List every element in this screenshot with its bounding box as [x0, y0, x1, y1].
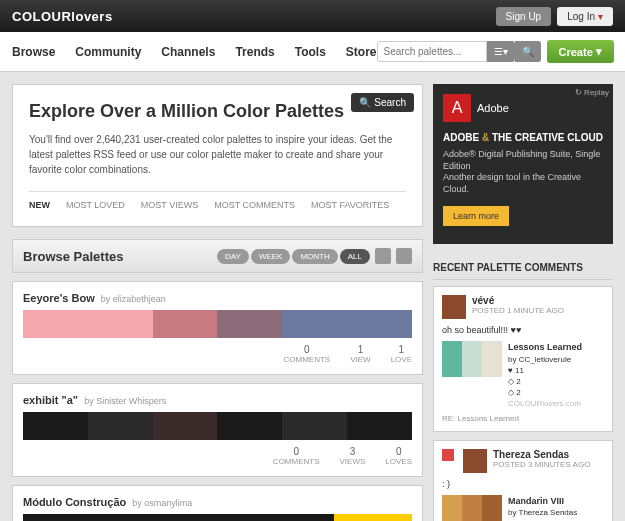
filter-month[interactable]: MONTH: [292, 249, 337, 264]
swatch[interactable]: [153, 310, 218, 338]
palette-swatches: [23, 310, 412, 338]
nav-right: ☰▾ 🔍 Create▾: [377, 40, 614, 63]
chevron-down-icon: ▾: [598, 11, 603, 22]
nav-store[interactable]: Store: [346, 45, 377, 59]
view-list-icon[interactable]: [396, 248, 412, 264]
swatch[interactable]: [217, 310, 282, 338]
tab-new[interactable]: NEW: [29, 200, 50, 210]
main-column: 🔍Search Explore Over a Million Color Pal…: [12, 84, 423, 521]
create-button[interactable]: Create▾: [547, 40, 614, 63]
palette-item[interactable]: Eeyore's Bow by elizabethjean0COMMENTS1V…: [12, 281, 423, 375]
swatch[interactable]: [23, 514, 101, 521]
stat: 0COMMENTS: [273, 446, 320, 466]
palette-author[interactable]: by elizabethjean: [101, 294, 166, 304]
palette-item[interactable]: Módulo Construção by osmanylima0COMMENTS…: [12, 485, 423, 521]
nav-channels[interactable]: Channels: [161, 45, 215, 59]
comment-time: POSTED 1 MINUTE AGO: [472, 306, 564, 315]
view-grid-icon[interactable]: [375, 248, 391, 264]
navbar: Browse Community Channels Trends Tools S…: [0, 32, 625, 72]
comment-user[interactable]: Thereza Sendas: [493, 449, 590, 460]
ad-replay[interactable]: ↻ Replay: [575, 88, 609, 97]
swatch[interactable]: [153, 412, 218, 440]
comment-re[interactable]: RE: Lessons Learned: [442, 414, 604, 423]
swatch[interactable]: [334, 514, 412, 521]
comment-item: Thereza SendasPOSTED 3 MINUTES AGO: )Man…: [433, 440, 613, 521]
search-submit[interactable]: 🔍: [515, 41, 541, 62]
palette-title: Eeyore's Bow by elizabethjean: [23, 292, 412, 304]
palette-author[interactable]: by Sinister Whispers: [84, 396, 166, 406]
search-input[interactable]: [377, 41, 487, 62]
stat: 3VIEWS: [340, 446, 366, 466]
palette-title: Módulo Construção by osmanylima: [23, 496, 412, 508]
stat: 0LOVES: [385, 446, 412, 466]
hero-search-button[interactable]: 🔍Search: [351, 93, 414, 112]
comment-body: : ): [442, 479, 604, 489]
stat: 0COMMENTS: [284, 344, 331, 364]
comment-item: vévéPOSTED 1 MINUTE AGOoh so beautiful!!…: [433, 286, 613, 432]
nav-community[interactable]: Community: [75, 45, 141, 59]
adobe-logo-icon: A: [443, 94, 471, 122]
palette-list: Eeyore's Bow by elizabethjean0COMMENTS1V…: [12, 281, 423, 521]
palette-name[interactable]: Módulo Construção: [23, 496, 126, 508]
browse-header: Browse Palettes DAY WEEK MONTH ALL: [12, 239, 423, 273]
palette-author[interactable]: by osmanylima: [132, 498, 192, 508]
comment-user[interactable]: vévé: [472, 295, 564, 306]
swatch[interactable]: [347, 412, 412, 440]
swatch[interactable]: [88, 412, 153, 440]
nav-trends[interactable]: Trends: [235, 45, 274, 59]
filter-day[interactable]: DAY: [217, 249, 249, 264]
mini-info: Mandarin VIIIby Thereza Sendas: [508, 495, 577, 521]
topbar: COLOURlovers Sign Up Log In▾: [0, 0, 625, 32]
ad-cta-button[interactable]: Learn more: [443, 206, 509, 226]
tab-most-views[interactable]: MOST VIEWS: [141, 200, 198, 210]
palette-item[interactable]: exhibit "a" by Sinister Whispers0COMMENT…: [12, 383, 423, 477]
nav-links: Browse Community Channels Trends Tools S…: [12, 45, 377, 59]
swatch[interactable]: [101, 514, 179, 521]
tab-most-comments[interactable]: MOST COMMENTS: [214, 200, 295, 210]
sidebar-header: RECENT PALETTE COMMENTS: [433, 256, 613, 280]
comment-header: Thereza SendasPOSTED 3 MINUTES AGO: [442, 449, 604, 473]
palette-swatches: [23, 412, 412, 440]
hero-tabs: NEW MOST LOVED MOST VIEWS MOST COMMENTS …: [29, 191, 406, 210]
hero-desc: You'll find over 2,640,231 user-created …: [29, 132, 406, 177]
comment-palette[interactable]: Mandarin VIIIby Thereza Sendas: [442, 495, 604, 521]
filter-week[interactable]: WEEK: [251, 249, 291, 264]
browse-title: Browse Palettes: [23, 249, 123, 264]
avatar[interactable]: [463, 449, 487, 473]
palette-title: exhibit "a" by Sinister Whispers: [23, 394, 412, 406]
palette-name[interactable]: exhibit "a": [23, 394, 78, 406]
swatch[interactable]: [282, 310, 347, 338]
swatch[interactable]: [179, 514, 257, 521]
ad-sub: Adobe® Digital Publishing Suite, Single …: [443, 149, 603, 196]
ad-headline: ADOBE & THE CREATIVE CLOUD: [443, 132, 603, 143]
swatch[interactable]: [256, 514, 334, 521]
swatch[interactable]: [217, 412, 282, 440]
tab-most-favorites[interactable]: MOST FAVORITES: [311, 200, 389, 210]
filter-all[interactable]: ALL: [340, 249, 370, 264]
auth-buttons: Sign Up Log In▾: [496, 7, 613, 26]
signup-button[interactable]: Sign Up: [496, 7, 552, 26]
hero: 🔍Search Explore Over a Million Color Pal…: [12, 84, 423, 227]
login-button[interactable]: Log In▾: [557, 7, 613, 26]
palette-swatches: [23, 514, 412, 521]
swatch[interactable]: [23, 412, 88, 440]
ad-brand: Adobe: [477, 102, 509, 114]
avatar[interactable]: [442, 295, 466, 319]
swatch[interactable]: [282, 412, 347, 440]
hero-title: Explore Over a Million Color Palettes: [29, 101, 406, 122]
logo[interactable]: COLOURlovers: [12, 9, 113, 24]
search-type-button[interactable]: ☰▾: [487, 41, 515, 62]
nav-tools[interactable]: Tools: [295, 45, 326, 59]
swatch[interactable]: [347, 310, 412, 338]
swatch[interactable]: [88, 310, 153, 338]
ad-adobe[interactable]: ↻ Replay A Adobe ADOBE & THE CREATIVE CL…: [433, 84, 613, 244]
palette-stats: 0COMMENTS3VIEWS0LOVES: [23, 446, 412, 466]
ad-logo: A Adobe: [443, 94, 603, 122]
mini-swatches: [442, 495, 502, 521]
palette-stats: 0COMMENTS1VIEW1LOVE: [23, 344, 412, 364]
palette-name[interactable]: Eeyore's Bow: [23, 292, 95, 304]
nav-browse[interactable]: Browse: [12, 45, 55, 59]
swatch[interactable]: [23, 310, 88, 338]
comment-palette[interactable]: Lessons Learnedby CC_letloverule♥ 11◇ 2◇…: [442, 341, 604, 410]
tab-most-loved[interactable]: MOST LOVED: [66, 200, 125, 210]
